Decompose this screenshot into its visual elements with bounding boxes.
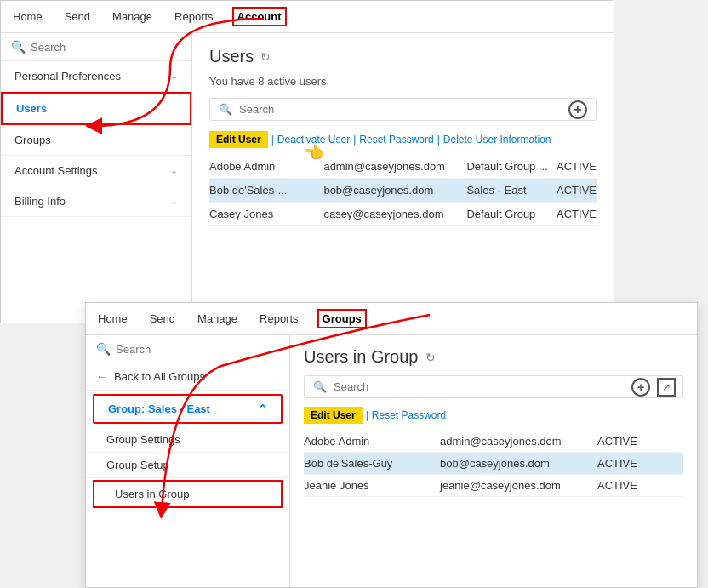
sidebar-search-input[interactable] (31, 41, 181, 54)
second-nav-reports[interactable]: Reports (256, 311, 302, 327)
reset-password-link-2[interactable]: Reset Password (372, 409, 446, 421)
sidebar-label-groups: Groups (14, 134, 51, 146)
group-label: Group: Sales - East (108, 402, 210, 415)
separator-2: | (353, 134, 356, 146)
second-nav-manage[interactable]: Manage (194, 311, 241, 327)
separator-1: | (271, 134, 274, 146)
group-setup-item[interactable]: Group Setup (86, 453, 289, 478)
user-email: jeanie@caseyjones.dom (440, 479, 597, 492)
sidebar-item-preferences[interactable]: Personal Preferences ⌄ (1, 61, 191, 92)
user-group: Default Group ... (466, 160, 557, 173)
nav-account[interactable]: Account (232, 7, 287, 26)
users-search-input[interactable] (239, 103, 587, 116)
user-group: Sales - East (466, 184, 557, 197)
export-button[interactable]: ↗ (657, 378, 676, 397)
user-email: admin@caseyjones.dom (440, 435, 597, 448)
back-arrow-icon: ← (96, 370, 107, 383)
users-content-area: Users ↻ You have 8 active users. 🔍 + Edi… (192, 33, 614, 323)
add-user-button[interactable]: + (568, 100, 587, 119)
users-in-group-title: Users in Group ↻ (304, 347, 683, 367)
sidebar-item-billing[interactable]: Billing Info ⌄ (1, 186, 191, 217)
second-search-icon: 🔍 (96, 342, 111, 356)
users-in-group-item[interactable]: Users in Group (93, 480, 283, 508)
second-nav-send[interactable]: Send (146, 311, 179, 327)
users-in-group-title-text: Users in Group (304, 347, 419, 367)
users-in-group-search-input[interactable] (334, 380, 674, 393)
search-icon: 🔍 (11, 40, 26, 54)
delete-user-link[interactable]: Delete User Information (443, 134, 551, 146)
user-status: ACTIVE (557, 184, 597, 197)
user-status: ACTIVE (557, 208, 597, 220)
sidebar-label-account-settings: Account Settings (14, 164, 98, 177)
user-email: casey@caseyjones.dom (323, 208, 466, 220)
user-email: admin@caseyjones.dom (323, 160, 466, 173)
user-name: Bob de'Sales-Guy (304, 457, 440, 470)
sidebar-item-account-settings[interactable]: Account Settings ⌄ (1, 156, 191, 186)
user-status: ACTIVE (597, 479, 637, 492)
chevron-up-icon: ⌃ (258, 402, 267, 415)
nav-reports[interactable]: Reports (171, 9, 217, 25)
second-sidebar-search: 🔍 (86, 335, 289, 363)
search-bar-icon: 🔍 (219, 103, 232, 116)
second-search-bar-icon: 🔍 (313, 380, 327, 393)
nav-home[interactable]: Home (9, 9, 46, 25)
separator-3: | (437, 134, 440, 146)
users-title-text: Users (209, 47, 254, 66)
users-in-group-search-bar: 🔍 + ↗ (304, 375, 683, 398)
users-action-bar: Edit User | Deactivate User | Reset Pass… (209, 131, 597, 148)
reset-password-link[interactable]: Reset Password (359, 134, 433, 146)
sidebar-item-groups[interactable]: Groups (1, 125, 191, 156)
sidebar-label-billing: Billing Info (14, 195, 66, 208)
second-nav-home[interactable]: Home (94, 311, 131, 327)
table-row[interactable]: Bob de'Sales-Guy bob@caseyjones.dom ACTI… (304, 453, 683, 475)
sidebar-item-users[interactable]: Users (1, 92, 191, 125)
group-settings-item[interactable]: Group Settings (86, 427, 289, 453)
back-to-all-groups[interactable]: ← Back to All Groups (86, 363, 289, 391)
user-name: Adobe Admin (304, 435, 440, 448)
user-name: Jeanie Jones (304, 479, 440, 492)
table-row[interactable]: Adobe Admin admin@caseyjones.dom Default… (209, 155, 597, 179)
nav-send[interactable]: Send (61, 9, 94, 25)
user-name: Casey Jones (209, 208, 323, 220)
second-body: 🔍 ← Back to All Groups Group: Sales - Ea… (86, 335, 697, 587)
user-name: Bob de'Sales-... (209, 184, 323, 197)
table-row[interactable]: Bob de'Sales-... bob@caseyjones.dom Sale… (209, 179, 597, 203)
users-search-bar: 🔍 + (209, 98, 597, 121)
add-to-group-button[interactable]: + (631, 378, 650, 397)
table-row[interactable]: Jeanie Jones jeanie@caseyjones.dom ACTIV… (304, 475, 683, 497)
table-row[interactable]: Adobe Admin admin@caseyjones.dom ACTIVE (304, 431, 683, 453)
sidebar: 🔍 Personal Preferences ⌄ Users Groups Ac… (1, 33, 192, 323)
chevron-down-icon: ⌄ (170, 71, 178, 82)
active-users-text: You have 8 active users. (209, 75, 597, 88)
user-name: Adobe Admin (209, 160, 323, 173)
user-email: bob@caseyjones.dom (440, 457, 597, 470)
table-row[interactable]: Casey Jones casey@caseyjones.dom Default… (209, 203, 597, 226)
edit-user-button-2[interactable]: Edit User (304, 407, 363, 424)
chevron-down-icon-3: ⌄ (170, 196, 178, 207)
edit-user-button[interactable]: Edit User (209, 131, 268, 148)
second-sidebar: 🔍 ← Back to All Groups Group: Sales - Ea… (86, 335, 290, 587)
second-nav-groups[interactable]: Groups (317, 309, 367, 328)
nav-manage[interactable]: Manage (109, 9, 156, 25)
user-group: Default Group (466, 208, 557, 220)
second-sidebar-search-input[interactable] (116, 343, 279, 356)
back-label: Back to All Groups (114, 370, 205, 383)
user-email: bob@caseyjones.dom (323, 184, 466, 197)
second-top-nav: Home Send Manage Reports Groups (86, 303, 697, 335)
users-title: Users ↻ (209, 47, 597, 66)
sidebar-label-users: Users (16, 102, 47, 115)
user-status: ACTIVE (597, 435, 637, 448)
deactivate-user-link[interactable]: Deactivate User (277, 134, 350, 146)
main-panel: Home Send Manage Reports Account 🔍 Perso… (0, 0, 613, 323)
refresh-icon-2[interactable]: ↻ (425, 351, 436, 364)
refresh-icon[interactable]: ↻ (260, 50, 271, 64)
user-status: ACTIVE (557, 160, 597, 173)
sidebar-label-preferences: Personal Preferences (14, 70, 121, 83)
users-in-group-content: Users in Group ↻ 🔍 + ↗ Edit User | Reset… (290, 335, 697, 587)
second-panel: Home Send Manage Reports Groups 🔍 ← Back… (85, 302, 698, 588)
sidebar-search-container: 🔍 (1, 33, 191, 61)
top-nav: Home Send Manage Reports Account (1, 1, 614, 33)
users-in-group-action-bar: Edit User | Reset Password (304, 407, 683, 424)
separator-4: | (366, 409, 368, 421)
group-sales-east[interactable]: Group: Sales - East ⌃ (93, 394, 283, 424)
